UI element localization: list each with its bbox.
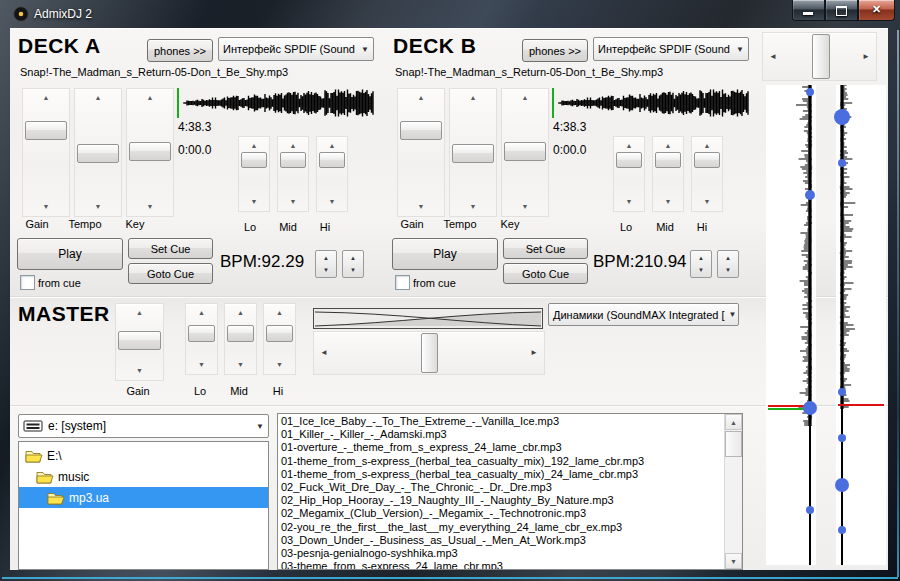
deck-a-set-cue-button[interactable]: Set Cue bbox=[128, 238, 213, 259]
scroll-down-icon[interactable]: ▼ bbox=[725, 553, 742, 569]
crossfader-thumb[interactable] bbox=[421, 333, 438, 373]
folder-item[interactable]: E:\ bbox=[19, 445, 268, 466]
deck-b-phones-button[interactable]: phones >> bbox=[522, 39, 588, 62]
cue-marker[interactable] bbox=[806, 88, 814, 96]
deck-b-output-select[interactable]: Интерфейс SPDIF (Sound ▼ bbox=[593, 37, 749, 61]
deck-a-mid-slider[interactable]: ▲▼ bbox=[277, 136, 309, 212]
playlist-scrollbar[interactable]: ▲ ▼ bbox=[724, 414, 742, 569]
deck-a-bpm-fine-stepper[interactable]: ▲▼ bbox=[342, 250, 364, 278]
master-output-select[interactable]: Динамики (SoundMAX Integrated [ ▼ bbox=[548, 303, 739, 326]
down-arrow-icon[interactable]: ▼ bbox=[127, 203, 173, 211]
playlist-item[interactable]: 03-pesnja-genialnogo-syshhika.mp3 bbox=[278, 547, 725, 560]
deck-a-play-button[interactable]: Play bbox=[17, 238, 123, 270]
deck-b-tempo-slider[interactable]: ▲▼ bbox=[449, 88, 497, 217]
slider-thumb[interactable] bbox=[400, 121, 442, 140]
up-arrow-icon[interactable]: ▲ bbox=[398, 94, 444, 102]
cue-marker[interactable] bbox=[838, 159, 846, 167]
up-arrow-icon[interactable]: ▲ bbox=[75, 94, 121, 102]
deck-a-waveform[interactable] bbox=[177, 88, 376, 118]
down-arrow-icon[interactable]: ▼ bbox=[264, 361, 295, 369]
playlist-item[interactable]: 02-you_re_the_first__the_last__my_everyt… bbox=[278, 521, 725, 534]
master-lo-slider[interactable]: ▲▼ bbox=[185, 303, 218, 375]
slider-thumb[interactable] bbox=[280, 152, 306, 168]
drive-select[interactable]: e: [system] ▼ bbox=[18, 414, 269, 438]
up-arrow-icon[interactable]: ▲ bbox=[692, 142, 722, 150]
slider-thumb[interactable] bbox=[452, 144, 494, 163]
minimize-button[interactable] bbox=[792, 0, 825, 21]
down-arrow-icon[interactable]: ▼ bbox=[502, 203, 548, 211]
close-button[interactable]: ✕ bbox=[858, 0, 895, 21]
cue-marker[interactable] bbox=[805, 190, 815, 200]
playlist-item[interactable]: 01-theme_from_s-express_(herbal_tea_casu… bbox=[278, 468, 725, 481]
track-overview-deck-a[interactable] bbox=[766, 85, 816, 565]
slider-thumb[interactable] bbox=[266, 325, 293, 342]
deck-a-from-cue-checkbox[interactable] bbox=[20, 275, 35, 290]
slider-thumb[interactable] bbox=[118, 331, 161, 350]
playlist-item[interactable]: 02_Fuck_Wit_Dre_Day_-_The_Chronic_-_Dr._… bbox=[278, 481, 725, 494]
deck-b-play-button[interactable]: Play bbox=[392, 238, 498, 270]
down-arrow-icon[interactable]: ▼ bbox=[225, 361, 256, 369]
up-arrow-icon[interactable]: ▲ bbox=[317, 142, 347, 150]
up-arrow-icon[interactable]: ▲ bbox=[653, 142, 683, 150]
folder-item[interactable]: mp3.ua bbox=[19, 487, 268, 508]
deck-b-hi-slider[interactable]: ▲▼ bbox=[691, 136, 723, 212]
slider-thumb[interactable] bbox=[319, 152, 345, 168]
up-arrow-icon[interactable]: ▲ bbox=[116, 309, 163, 317]
cue-marker[interactable] bbox=[835, 478, 849, 492]
up-arrow-icon[interactable]: ▲ bbox=[127, 94, 173, 102]
deck-b-lo-slider[interactable]: ▲▼ bbox=[613, 136, 645, 212]
track-overview-deck-b[interactable] bbox=[836, 85, 886, 565]
folder-item[interactable]: music bbox=[19, 466, 268, 487]
deck-a-tempo-slider[interactable]: ▲▼ bbox=[74, 88, 122, 217]
down-arrow-icon[interactable]: ▼ bbox=[278, 198, 308, 206]
slider-thumb[interactable] bbox=[694, 152, 720, 168]
folder-list[interactable]: E:\ music mp3.ua bbox=[18, 441, 269, 570]
down-arrow-icon[interactable]: ▼ bbox=[239, 198, 269, 206]
left-arrow-icon[interactable]: ◄ bbox=[320, 348, 328, 358]
playlist-item[interactable]: 01_Killer_-_Killer_-_Adamski.mp3 bbox=[278, 428, 725, 441]
master-gain-slider[interactable]: ▲▼ bbox=[115, 303, 164, 381]
right-arrow-icon[interactable]: ► bbox=[530, 348, 538, 358]
playlist-item[interactable]: 01_Ice_Ice_Baby_-_To_The_Extreme_-_Vanil… bbox=[278, 415, 725, 428]
right-arrow-icon[interactable]: ► bbox=[862, 52, 870, 62]
slider-thumb[interactable] bbox=[241, 152, 267, 168]
deck-a-phones-button[interactable]: phones >> bbox=[147, 39, 213, 62]
maximize-button[interactable] bbox=[825, 0, 858, 21]
deck-b-bpm-stepper[interactable]: ▲▼ bbox=[690, 250, 712, 278]
cue-marker[interactable] bbox=[806, 506, 814, 514]
cue-marker[interactable] bbox=[838, 388, 846, 396]
down-arrow-icon[interactable]: ▼ bbox=[23, 203, 69, 211]
slider-thumb[interactable] bbox=[616, 152, 642, 168]
deck-a-goto-cue-button[interactable]: Goto Cue bbox=[128, 263, 213, 284]
up-arrow-icon[interactable]: ▲ bbox=[502, 94, 548, 102]
down-arrow-icon[interactable]: ▼ bbox=[186, 361, 217, 369]
deck-a-key-slider[interactable]: ▲▼ bbox=[126, 88, 174, 217]
playlist-item[interactable]: 01-theme_from_s-express_(herbal_tea_casu… bbox=[278, 455, 725, 468]
slider-thumb[interactable] bbox=[25, 121, 67, 140]
up-arrow-icon[interactable]: ▲ bbox=[264, 309, 295, 317]
slider-thumb[interactable] bbox=[812, 34, 830, 79]
deck-b-waveform[interactable] bbox=[552, 88, 751, 118]
up-arrow-icon[interactable]: ▲ bbox=[225, 309, 256, 317]
cue-marker[interactable] bbox=[838, 434, 846, 442]
down-arrow-icon[interactable]: ▼ bbox=[75, 203, 121, 211]
playlist-item[interactable]: 03_Down_Under_-_Business_as_Usual_-_Men_… bbox=[278, 534, 725, 547]
overview-zoom-slider[interactable]: ◄ ► bbox=[762, 32, 877, 81]
slider-thumb[interactable] bbox=[188, 325, 215, 342]
deck-b-goto-cue-button[interactable]: Goto Cue bbox=[503, 263, 588, 284]
deck-a-gain-slider[interactable]: ▲▼ bbox=[22, 88, 70, 217]
scroll-up-icon[interactable]: ▲ bbox=[725, 414, 742, 430]
playlist-item[interactable]: 01-overture_-_theme_from_s_express_24_la… bbox=[278, 441, 725, 454]
deck-b-from-cue-checkbox[interactable] bbox=[395, 275, 410, 290]
master-hi-slider[interactable]: ▲▼ bbox=[263, 303, 296, 375]
slider-thumb[interactable] bbox=[504, 142, 546, 161]
left-arrow-icon[interactable]: ◄ bbox=[769, 52, 777, 62]
deck-b-set-cue-button[interactable]: Set Cue bbox=[503, 238, 588, 259]
up-arrow-icon[interactable]: ▲ bbox=[450, 94, 496, 102]
up-arrow-icon[interactable]: ▲ bbox=[186, 309, 217, 317]
cue-marker[interactable] bbox=[834, 109, 850, 125]
down-arrow-icon[interactable]: ▼ bbox=[614, 198, 644, 206]
slider-thumb[interactable] bbox=[129, 142, 171, 161]
slider-thumb[interactable] bbox=[77, 144, 119, 163]
up-arrow-icon[interactable]: ▲ bbox=[239, 142, 269, 150]
